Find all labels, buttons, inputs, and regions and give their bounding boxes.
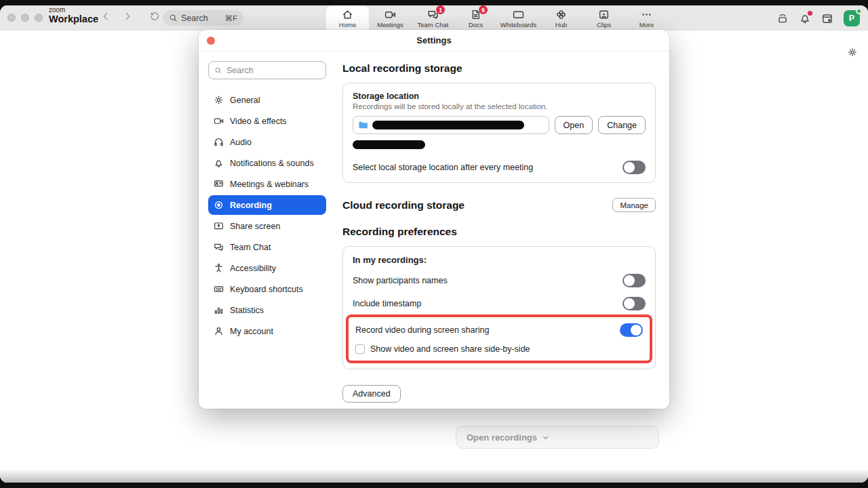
redacted-storage-path — [372, 121, 524, 129]
keyboard-icon — [214, 284, 224, 294]
sidebar-item-my-account[interactable]: My account — [208, 321, 326, 341]
recording-preferences-heading: Recording preferences — [342, 226, 656, 238]
modal-title: Settings — [416, 35, 451, 45]
pref-row-participants-names: Show participants names — [353, 274, 646, 287]
sidebar-item-keyboard-shortcuts[interactable]: Keyboard shortcuts — [208, 279, 326, 299]
settings-search-input[interactable] — [226, 66, 320, 75]
sidebar-item-audio[interactable]: Audio — [208, 132, 326, 152]
advanced-button[interactable]: Advanced — [342, 385, 401, 403]
tab-home[interactable]: Home — [326, 5, 369, 30]
search-icon — [169, 14, 178, 22]
notifications-bell-icon[interactable] — [799, 12, 811, 24]
select-location-toggle[interactable] — [623, 161, 646, 174]
video-camera-icon — [214, 116, 224, 126]
folder-icon — [358, 120, 368, 130]
sidebar-item-team-chat[interactable]: Team Chat — [208, 237, 326, 257]
tab-team-chat[interactable]: 1 Team Chat — [412, 5, 454, 30]
avatar-initial: P — [849, 14, 854, 23]
recording-settings-panel: Local recording storage Storage location… — [334, 52, 669, 409]
profile-avatar[interactable]: P — [844, 10, 860, 26]
accessibility-person-icon — [214, 263, 224, 273]
pref-row-timestamp: Include timestamp — [353, 297, 646, 310]
select-location-label: Select local storage location after ever… — [353, 163, 533, 172]
zoom-workplace-window: zoom Workplace Search ⌘F Home — [0, 5, 868, 483]
back-chevron-icon[interactable] — [100, 11, 111, 22]
settings-search-field[interactable] — [208, 61, 326, 79]
chat-bubbles-icon — [214, 242, 224, 252]
record-icon — [214, 200, 224, 210]
tab-hub[interactable]: Hub — [540, 5, 583, 30]
sidebar-item-share-screen[interactable]: Share screen — [208, 216, 326, 236]
record-video-during-sharing-toggle[interactable] — [620, 323, 643, 337]
history-icon[interactable] — [149, 11, 160, 22]
unread-badge: 1 — [436, 5, 445, 14]
notification-dot — [808, 11, 812, 16]
pref-row-side-by-side: Show video and screen share side-by-side — [355, 343, 643, 355]
open-button[interactable]: Open — [555, 116, 593, 134]
storage-location-card: Storage location Recordings will be stor… — [342, 83, 656, 183]
toolbar-right-icons: P — [776, 5, 860, 30]
presence-dot — [856, 8, 862, 14]
sidebar-item-recording[interactable]: Recording — [208, 195, 326, 215]
window-close-button[interactable] — [7, 14, 16, 22]
person-icon — [214, 326, 224, 336]
sidebar-item-accessibility[interactable]: Accessibility — [208, 258, 326, 278]
pref-row-record-video: Record video during screen sharing — [355, 323, 643, 337]
redacted-storage-info — [353, 140, 425, 149]
gear-icon — [214, 95, 224, 105]
bar-chart-icon — [214, 305, 224, 315]
search-placeholder: Search — [181, 14, 221, 23]
tab-more[interactable]: More — [625, 5, 668, 30]
webinar-screen-icon — [214, 179, 224, 189]
headphones-icon — [214, 137, 224, 147]
window-controls — [7, 14, 43, 22]
cast-to-device-icon[interactable] — [776, 12, 789, 24]
tab-docs[interactable]: 6 Docs — [454, 5, 497, 30]
page-settings-gear-icon[interactable] — [848, 47, 857, 57]
app-logo-zoom: zoom — [49, 7, 98, 14]
storage-path-field[interactable] — [353, 116, 549, 134]
forward-chevron-icon[interactable] — [122, 11, 133, 22]
global-search-input[interactable]: Search ⌘F — [163, 10, 243, 26]
nav-buttons — [100, 11, 160, 22]
cloud-recording-heading: Cloud recording storage — [342, 199, 465, 211]
show-participants-names-toggle[interactable] — [623, 274, 646, 287]
main-tabs: Home Meetings 1 Team Chat 6 Docs Whitebo… — [326, 5, 668, 30]
sidebar-item-video-effects[interactable]: Video & effects — [208, 111, 326, 131]
in-my-recordings-label: In my recordings: — [353, 255, 646, 265]
app-toolbar: zoom Workplace Search ⌘F Home — [0, 5, 868, 30]
sidebar-item-general[interactable]: General — [208, 90, 326, 110]
tab-clips[interactable]: Clips — [583, 5, 625, 30]
app-logo: zoom Workplace — [49, 7, 98, 24]
share-screen-icon — [214, 221, 224, 231]
calendar-icon[interactable] — [821, 12, 833, 24]
settings-modal-header: Settings — [199, 30, 669, 52]
open-recordings-button[interactable]: Open recordings — [456, 426, 659, 449]
storage-location-label: Storage location — [353, 92, 646, 101]
side-by-side-checkbox[interactable] — [355, 344, 365, 354]
sidebar-item-statistics[interactable]: Statistics — [208, 300, 326, 320]
bell-icon — [214, 158, 224, 168]
tab-meetings[interactable]: Meetings — [369, 5, 412, 30]
app-logo-workplace: Workplace — [49, 14, 98, 24]
manage-button[interactable]: Manage — [612, 198, 656, 212]
unread-badge: 6 — [479, 5, 488, 14]
sidebar-item-notifications-sounds[interactable]: Notifications & sounds — [208, 153, 326, 173]
window-minimize-button[interactable] — [21, 14, 29, 22]
include-timestamp-toggle[interactable] — [623, 297, 646, 310]
recording-preferences-card: In my recordings: Show participants name… — [342, 246, 656, 369]
modal-close-button[interactable] — [207, 37, 215, 45]
sidebar-item-meetings-webinars[interactable]: Meetings & webinars — [208, 174, 326, 194]
search-shortcut: ⌘F — [224, 14, 237, 23]
annotation-highlight-box: Record video during screen sharing Show … — [346, 314, 652, 363]
settings-modal: Settings General Video & effects — [199, 30, 669, 409]
settings-sidebar: General Video & effects Audio Notificati… — [199, 52, 334, 409]
storage-location-sub: Recordings will be stored locally at the… — [353, 102, 646, 110]
tab-whiteboards[interactable]: Whiteboards — [497, 5, 540, 30]
search-icon — [214, 66, 222, 75]
window-zoom-button[interactable] — [35, 14, 43, 22]
local-recording-heading: Local recording storage — [342, 62, 656, 75]
change-button[interactable]: Change — [598, 116, 646, 134]
